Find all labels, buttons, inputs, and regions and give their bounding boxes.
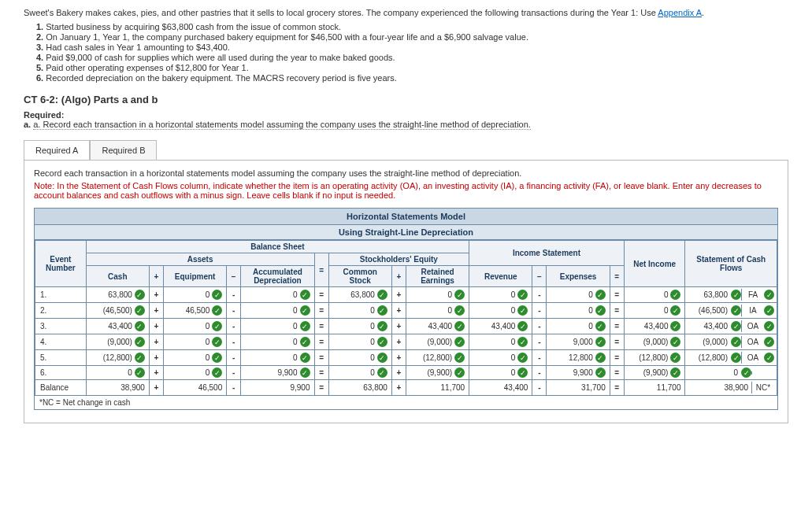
value-cell[interactable]: 0✓ <box>166 367 224 378</box>
tab-required-a[interactable]: Required A <box>24 140 90 160</box>
value-cell[interactable]: 43,400✓ <box>472 321 529 331</box>
value-cell[interactable]: 0✓ <box>549 290 606 300</box>
value-cell[interactable]: 0✓ <box>627 305 683 316</box>
value-cell[interactable]: 0✓ <box>472 353 529 363</box>
value-cell[interactable]: 0✓ <box>243 337 311 347</box>
check-icon: ✓ <box>212 337 222 347</box>
check-icon: ✓ <box>454 367 465 378</box>
check-icon: ✓ <box>670 321 680 331</box>
check-icon: ✓ <box>517 290 528 300</box>
value-cell[interactable]: 0✓ <box>243 290 311 300</box>
value-cell[interactable]: 0✓ <box>332 367 389 378</box>
value-cell[interactable]: 12,800✓ <box>549 353 606 363</box>
value-cell[interactable]: (12,800)✓ <box>409 353 466 363</box>
value-cell[interactable]: 0✓ <box>166 321 224 331</box>
check-icon: ✓ <box>212 367 222 378</box>
value-cell[interactable]: 0✓ <box>243 321 311 331</box>
cashflow-cell[interactable]: 63,800✓FA✓ <box>688 289 774 301</box>
value-cell[interactable]: 0✓ <box>472 290 529 300</box>
hdr-revenue: Revenue <box>469 266 532 287</box>
hdr-expenses: Expenses <box>547 266 610 287</box>
check-icon: ✓ <box>300 337 310 347</box>
value-cell[interactable]: 0✓ <box>243 305 311 316</box>
value-cell[interactable]: 9,900✓ <box>243 367 311 378</box>
check-icon: ✓ <box>377 305 387 316</box>
value-cell[interactable]: 0✓ <box>89 367 146 378</box>
check-icon: ✓ <box>135 290 145 300</box>
value-cell[interactable]: 63,800 <box>332 383 389 392</box>
value-cell[interactable]: 9,900✓ <box>549 367 606 378</box>
table-row: 5.(12,800)✓+0✓-0✓=0✓+(12,800)✓0✓-12,800✓… <box>35 350 777 366</box>
value-cell[interactable]: (9,000)✓ <box>89 337 146 347</box>
panel-note: Note: In the Statement of Cash Flows col… <box>34 181 778 200</box>
value-cell[interactable]: 31,700 <box>549 383 606 392</box>
value-cell[interactable]: 0✓ <box>166 290 224 300</box>
check-icon: ✓ <box>517 367 528 378</box>
value-cell[interactable]: 0✓ <box>549 321 606 331</box>
value-cell[interactable]: 9,000✓ <box>549 337 606 347</box>
value-cell[interactable]: 0✓ <box>472 305 529 316</box>
value-cell[interactable]: 46,500 <box>166 383 224 392</box>
value-cell[interactable]: 46,500✓ <box>166 305 224 316</box>
value-cell[interactable]: 0✓ <box>409 305 466 316</box>
horizontal-model: Horizontal Statements Model Using Straig… <box>34 208 778 410</box>
panel-instructions: Record each transaction in a horizontal … <box>34 168 778 178</box>
value-cell[interactable]: 0✓ <box>166 337 224 347</box>
value-cell[interactable]: (9,900)✓ <box>409 367 466 378</box>
check-icon: ✓ <box>764 321 774 331</box>
value-cell[interactable]: (9,900)✓ <box>627 367 683 378</box>
value-cell[interactable]: 11,700 <box>409 383 466 392</box>
value-cell[interactable]: 0✓ <box>332 321 389 331</box>
value-cell[interactable]: 0✓ <box>166 353 224 363</box>
model-footnote: *NC = Net change in cash <box>35 396 777 409</box>
value-cell[interactable]: 9,900 <box>243 383 311 392</box>
value-cell[interactable]: (46,500)✓ <box>89 305 146 316</box>
value-cell[interactable]: 0✓ <box>472 367 529 378</box>
check-icon: ✓ <box>595 321 606 331</box>
check-icon: ✓ <box>595 353 606 363</box>
value-cell[interactable]: 0✓ <box>627 290 683 300</box>
table-row: 1.63,800✓+0✓-0✓=63,800✓+0✓0✓-0✓=0✓63,800… <box>35 287 777 303</box>
cashflow-cell[interactable]: (9,000)✓OA✓ <box>688 336 774 348</box>
value-cell[interactable]: 0✓ <box>243 353 311 363</box>
value-cell[interactable]: 0✓ <box>549 305 606 316</box>
check-icon: ✓ <box>670 337 680 347</box>
hdr-retained-earnings: Retained Earnings <box>406 266 469 287</box>
hdr-balance-sheet: Balance Sheet <box>86 241 469 253</box>
value-cell[interactable]: 43,400✓ <box>627 321 683 331</box>
value-cell[interactable]: 0✓ <box>332 337 389 347</box>
check-icon: ✓ <box>454 337 465 347</box>
value-cell[interactable]: 63,800✓ <box>89 290 146 300</box>
cashflow-cell[interactable]: 0✓ <box>688 367 774 378</box>
value-cell[interactable]: (9,000)✓ <box>409 337 466 347</box>
required-block: Required: a. a. Record each transaction … <box>24 110 788 129</box>
value-cell[interactable]: 0✓ <box>332 353 389 363</box>
value-cell[interactable]: 38,900 <box>89 383 146 392</box>
value-cell[interactable]: 11,700 <box>627 383 683 392</box>
cashflow-cell[interactable]: (12,800)✓OA✓ <box>688 352 774 364</box>
check-icon: ✓ <box>764 305 774 316</box>
cashflow-cell[interactable]: 38,900NC* <box>688 382 774 393</box>
value-cell[interactable]: 43,400✓ <box>409 321 466 331</box>
check-icon: ✓ <box>377 337 387 347</box>
value-cell[interactable]: (12,800)✓ <box>627 353 683 363</box>
check-icon: ✓ <box>731 290 741 300</box>
value-cell[interactable]: 43,400 <box>472 383 529 392</box>
check-icon: ✓ <box>670 305 680 316</box>
check-icon: ✓ <box>300 290 310 300</box>
value-cell[interactable]: 43,400✓ <box>89 321 146 331</box>
value-cell[interactable]: 63,800✓ <box>332 290 389 300</box>
hdr-assets: Assets <box>86 253 314 266</box>
tab-required-b[interactable]: Required B <box>90 140 157 160</box>
check-icon: ✓ <box>731 321 741 331</box>
check-icon: ✓ <box>135 321 145 331</box>
value-cell[interactable]: (9,000)✓ <box>627 337 683 347</box>
cashflow-cell[interactable]: (46,500)✓IA✓ <box>688 305 774 316</box>
value-cell[interactable]: (12,800)✓ <box>89 353 146 363</box>
check-icon: ✓ <box>212 321 222 331</box>
value-cell[interactable]: 0✓ <box>409 290 466 300</box>
cashflow-cell[interactable]: 43,400✓OA✓ <box>688 320 774 332</box>
value-cell[interactable]: 0✓ <box>472 337 529 347</box>
appendix-link[interactable]: Appendix A <box>658 8 702 17</box>
value-cell[interactable]: 0✓ <box>332 305 389 316</box>
